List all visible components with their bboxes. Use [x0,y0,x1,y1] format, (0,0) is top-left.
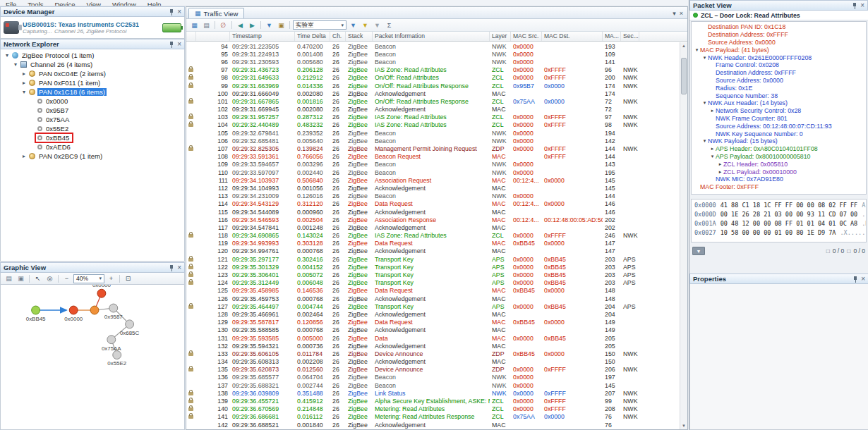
menu-view[interactable]: View [87,0,101,6]
tree-item[interactable]: 0x0000 [1,97,184,106]
packet-row[interactable]: 9809:29:31.6496330.21291226ZigBeeOn/Off:… [186,74,680,82]
decode-field[interactable]: Frame Control: 0x0208 [692,61,866,69]
tree-item[interactable]: ▸PAN 0xF011 (1 item) [1,78,184,87]
decode-field[interactable]: Destination Address: 0xFFFF [692,69,866,77]
packet-row[interactable]: 11609:29:34.5465930.00250426ZigBeeAssoci… [186,216,680,223]
expander-icon[interactable]: ▸ [709,108,716,113]
copy-image-icon[interactable]: ▣ [16,274,26,283]
packet-row[interactable]: 12309:29:35.3064010.00507226ZigBeeTransp… [186,271,680,278]
packet-row[interactable]: 13109:29:35.5935850.00500026ZigBeeDataMA… [186,334,680,342]
packet-row[interactable]: 11409:29:34.5431290.31212026ZigBeeData R… [186,200,680,208]
packet-row[interactable]: 14209:29:36.6885210.00184026ZigBeeAcknow… [186,421,680,429]
column-header[interactable] [186,32,196,41]
tree-item[interactable]: ▾Channel 26 (4 items) [1,60,184,69]
decode-field[interactable]: Source Address: 0x0000 [692,77,866,85]
tree-item[interactable]: ▸PAN 0x2BC9 (1 item) [1,152,184,161]
topology-canvas[interactable]: 0x00000xBB450x00000x95870x685C0x75AA0x55… [0,285,185,430]
packet-summary[interactable]: ZCL – Door Lock: Read Attributes [689,11,868,20]
graph-node[interactable] [32,306,40,314]
filter-clear-icon[interactable]: ▼ [372,20,382,30]
packet-row[interactable]: 13609:29:35.6855770.06470426ZigBeeBeacon… [186,374,680,381]
view-grid-icon[interactable]: ▦ [189,20,200,30]
tree-item[interactable]: ▸PAN 0xC04E (2 items) [1,69,184,78]
expander-icon[interactable]: ▸ [20,70,28,77]
decode-field[interactable]: Destination Address: 0xFFFF [692,31,866,39]
packet-row[interactable]: 10909:29:33.5946570.00329626ZigBeeBeacon… [186,161,680,168]
column-header[interactable]: Stack [346,32,373,41]
expander-icon[interactable]: ▸ [709,146,716,152]
expander-icon[interactable]: ▾ [4,52,11,59]
menu-help[interactable]: Help [147,0,162,6]
decode-field[interactable]: Source Address: 0x0000 [692,39,866,47]
packet-row[interactable]: 11809:29:34.6908650.14302426ZigBeeIAS Zo… [186,232,680,240]
packet-row[interactable]: 11709:29:34.5478410.00124826ZigBeeAcknow… [186,223,680,231]
packet-row[interactable]: 10209:29:31.6699450.00208026ZigBeeAcknow… [186,106,680,113]
pin-icon[interactable] [852,276,858,283]
close-tab-icon[interactable]: × [680,10,683,17]
pin-icon[interactable] [169,41,174,48]
packet-row[interactable]: 9609:29:31.2305930.00568026ZigBeeBeaconN… [186,58,680,66]
packet-row[interactable]: 12709:29:35.4644970.00474426ZigBeeTransp… [186,302,680,310]
packet-row[interactable]: 10709:29:32.8253050.13982426ZigBeeManage… [186,145,680,152]
expander-icon[interactable]: ▾ [20,89,28,95]
packet-row[interactable]: 14009:29:36.6705690.21484826ZigBeeMeteri… [186,405,680,413]
packet-row[interactable]: 12409:29:35.3124490.00604826ZigBeeTransp… [186,279,680,287]
scrollbar-thumb[interactable] [681,58,687,94]
expander-icon[interactable]: ▾ [709,154,716,159]
packet-row[interactable]: 13309:29:35.6061050.01178426ZigBeeDevice… [186,350,680,357]
tree-item[interactable]: ▾PAN 0x1C18 (6 items) [1,87,184,97]
decode-field[interactable]: ▸APS Header: 0xA80C01040101FF08 [692,145,866,153]
packet-row[interactable]: 12509:29:35.4589850.14653626ZigBeeData R… [186,287,680,295]
decode-field[interactable]: Sequence Number: 38 [692,92,866,99]
column-header[interactable]: Ch. [330,32,346,41]
menu-tools[interactable]: Tools [28,0,43,6]
close-icon[interactable]: × [861,276,865,282]
graph-node[interactable] [90,306,99,314]
decode-field[interactable]: MAC Footer: 0xFFFF [692,183,866,191]
expander-icon[interactable]: ▾ [701,138,708,144]
decode-field[interactable]: ▾NWK Header: 0x261E0000FFFF0208 [692,54,866,61]
column-header[interactable]: MAC Src. [511,32,542,41]
filter-edit-icon[interactable]: ▼ [360,20,370,30]
menu-window[interactable]: Window [112,0,136,6]
decode-field[interactable]: NWK MIC: 0x7AD91E80 [692,176,866,183]
packet-row[interactable]: 13909:29:36.4557210.41591226ZigBeeAlpha … [186,397,680,405]
column-header[interactable] [196,32,230,41]
expander-icon[interactable]: ▸ [20,80,28,86]
packet-row[interactable]: 11509:29:34.5440890.00096026ZigBeeAcknow… [186,208,680,216]
packet-row[interactable]: 12609:29:35.4597530.00076826ZigBeeAcknow… [186,295,680,302]
statistics-icon[interactable]: Σ [384,20,394,30]
fit-view-icon[interactable]: ⊡ [123,274,133,283]
filter-apply-icon[interactable]: ▼ [348,20,358,30]
scroll-down-icon[interactable]: ▼ [680,422,687,429]
expand-toggle-button[interactable]: ▼ [692,247,705,255]
tree-item[interactable]: 0xBB45 [1,133,184,142]
expander-icon[interactable]: ▸ [717,169,723,175]
decode-field[interactable]: ▸Network Security Control: 0x28 [692,107,866,115]
packet-row[interactable]: 10309:29:31.9572570.28731226ZigBeeIAS Zo… [186,113,680,121]
note-icon[interactable]: ▣ [276,20,287,30]
menu-device[interactable]: Device [55,0,76,6]
expander-icon[interactable]: ▸ [717,161,723,167]
column-header[interactable]: Sec... [621,32,639,41]
packet-row[interactable]: 11309:29:34.2310090.12601626ZigBeeBeacon… [186,192,680,200]
packet-row[interactable]: 9509:29:31.2249130.00140826ZigBeeBeaconN… [186,50,680,58]
close-icon[interactable]: × [177,8,181,15]
packet-row[interactable]: 10509:29:32.6798410.23935226ZigBeeBeacon… [186,129,680,137]
packet-row[interactable]: 14109:29:36.6866810.01611226ZigBeeMeteri… [186,413,680,421]
packet-row[interactable]: 13509:29:35.6208730.01256026ZigBeeDevice… [186,366,680,374]
column-header[interactable]: MA... [603,32,621,41]
vertical-scrollbar[interactable]: ▲ ▼ [680,42,687,429]
pin-icon[interactable] [852,2,857,9]
clear-traffic-icon[interactable]: ∅ [218,20,229,30]
column-header[interactable]: Timestamp [230,32,295,41]
close-icon[interactable]: × [177,264,181,271]
packet-row[interactable]: 13809:29:36.0398090.35148826ZigBeeLink S… [186,389,680,397]
packet-row[interactable]: 13409:29:35.6083130.00220826ZigBeeAcknow… [186,358,680,366]
graph-node[interactable] [113,351,121,360]
filter-combo[interactable]: 实验室▾ [293,20,346,30]
decode-field[interactable]: Destination PAN ID: 0x1C18 [692,23,866,31]
menu-file[interactable]: File [6,0,16,6]
packet-row[interactable]: 12209:29:35.3013290.00415226ZigBeeTransp… [186,263,680,271]
expander-icon[interactable]: ▸ [20,153,28,159]
